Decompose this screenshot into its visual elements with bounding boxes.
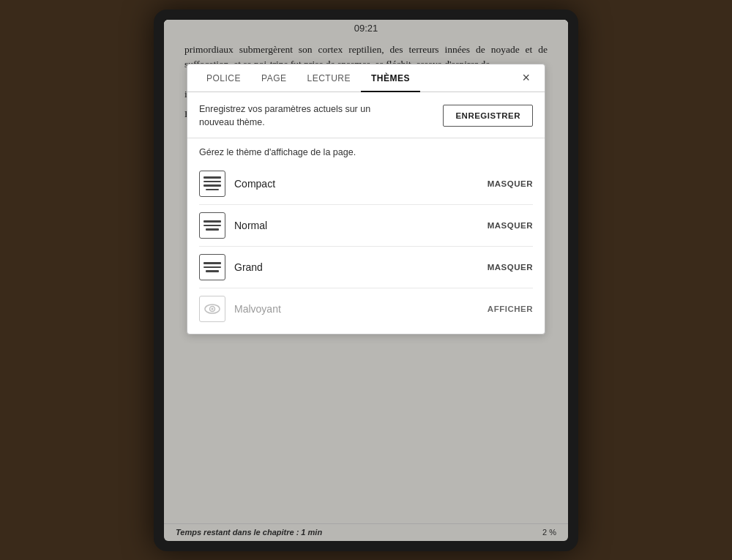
svg-point-2 (212, 307, 214, 310)
manage-section: Gérez le thème d'affichage de la page. C… (187, 138, 545, 334)
tab-themes[interactable]: THÈMES (361, 64, 420, 92)
icon-line (203, 181, 221, 183)
theme-item-grand: Grand MASQUER (199, 247, 533, 288)
theme-item-malvoyant: Malvoyant AFFICHER (199, 288, 533, 329)
theme-name-grand: Grand (234, 261, 488, 273)
theme-item-normal: Normal MASQUER (199, 205, 533, 247)
device-frame: 09:21 primordiaux submergèrent son corte… (154, 10, 578, 551)
compact-action[interactable]: MASQUER (488, 179, 533, 188)
save-description: Enregistrez vos paramètres actuels sur u… (199, 102, 389, 129)
screen: 09:21 primordiaux submergèrent son corte… (164, 20, 568, 541)
icon-line (203, 266, 221, 269)
tab-police[interactable]: POLICE (196, 64, 251, 92)
theme-name-normal: Normal (234, 220, 488, 231)
icon-line (203, 225, 221, 227)
tabs-bar: POLICE PAGE LECTURE THÈMES × (187, 64, 545, 92)
tab-lecture[interactable]: LECTURE (296, 64, 361, 92)
settings-modal: POLICE PAGE LECTURE THÈMES × Enregistrez… (187, 64, 545, 335)
normal-action[interactable]: MASQUER (488, 221, 533, 230)
modal-overlay: POLICE PAGE LECTURE THÈMES × Enregistrez… (164, 20, 568, 541)
theme-name-malvoyant: Malvoyant (234, 303, 488, 315)
malvoyant-action[interactable]: AFFICHER (488, 305, 533, 313)
icon-line (203, 262, 221, 264)
eye-icon (199, 296, 225, 322)
normal-icon (199, 212, 225, 239)
icon-line (206, 189, 219, 191)
save-section: Enregistrez vos paramètres actuels sur u… (187, 92, 545, 138)
save-button[interactable]: ENREGISTRER (443, 105, 533, 127)
theme-name-compact: Compact (234, 178, 488, 190)
tab-page[interactable]: PAGE (251, 64, 296, 92)
grand-action[interactable]: MASQUER (488, 263, 533, 272)
grand-icon (199, 254, 225, 280)
manage-label: Gérez le thème d'affichage de la page. (199, 147, 533, 157)
icon-line (206, 228, 219, 231)
compact-icon (199, 171, 225, 197)
close-button[interactable]: × (516, 64, 536, 92)
icon-line (203, 184, 221, 187)
theme-item-compact: Compact MASQUER (199, 163, 533, 205)
icon-line (206, 270, 219, 272)
icon-line (203, 220, 221, 223)
icon-line (203, 176, 221, 179)
